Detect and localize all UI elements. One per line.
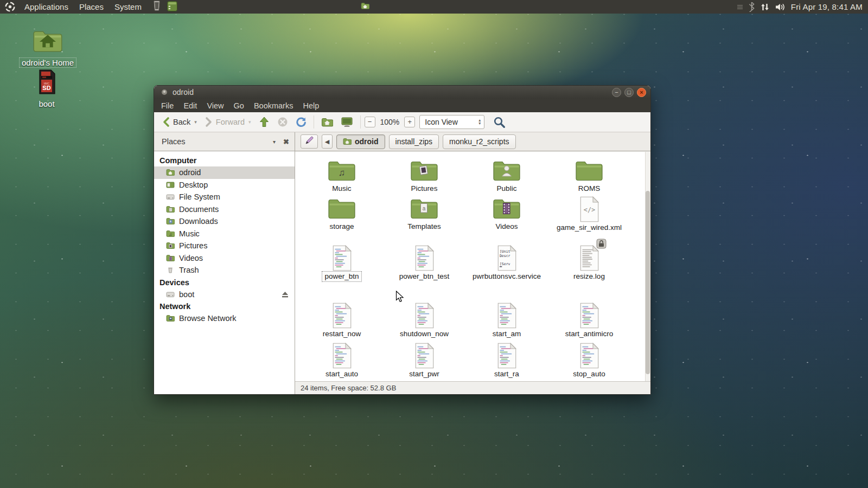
menu-edit[interactable]: Edit <box>178 99 202 112</box>
search-button[interactable] <box>490 114 509 130</box>
folder-icon <box>327 196 356 221</box>
script-icon <box>414 245 435 271</box>
sidebar-item-desktop[interactable]: Desktop <box>154 179 295 191</box>
breadcrumb-monku-r2-scripts[interactable]: monku_r2_scripts <box>443 134 516 149</box>
menu-help[interactable]: Help <box>298 99 324 112</box>
window-list[interactable] <box>359 2 371 12</box>
sidebar-item-pictures[interactable]: Pictures <box>154 240 295 252</box>
sidebar-item-label: Music <box>179 229 200 238</box>
close-sidebar-icon[interactable]: ✖ <box>283 138 289 146</box>
desktop-icon-boot[interactable]: MMCSD boot <box>15 68 78 108</box>
file-item-game-sir-wired-xml[interactable]: </>game_sir_wired.xml <box>548 196 630 245</box>
network-icon[interactable] <box>760 2 770 12</box>
sidebar-item-boot[interactable]: boot <box>154 288 295 301</box>
sidebar-item-videos[interactable]: Videos <box>154 252 295 265</box>
file-item-resize-log[interactable]: resize.log <box>548 245 630 303</box>
file-name: Templates <box>405 222 443 232</box>
menu-view[interactable]: View <box>202 99 228 112</box>
forward-button[interactable]: Forward▾ <box>201 115 254 129</box>
chevron-down-icon[interactable]: ▾ <box>273 139 276 145</box>
chevron-down-icon[interactable]: ▾ <box>248 119 251 125</box>
file-item-music[interactable]: ♫Music <box>301 158 383 196</box>
file-name: resize.log <box>571 272 607 281</box>
file-name: ROMS <box>576 184 603 194</box>
path-scroll-left-button[interactable]: ◀ <box>322 134 333 149</box>
svg-text:[Serv: [Serv <box>499 262 510 266</box>
places-header[interactable]: Places ▾ ✖ <box>154 132 295 151</box>
chevron-down-icon[interactable]: ▾ <box>194 119 197 125</box>
sidebar-item-odroid[interactable]: odroid <box>154 166 295 179</box>
file-item-start-ra[interactable]: start_ra <box>465 343 548 381</box>
glass-icon <box>151 0 162 14</box>
file-item-storage[interactable]: storage <box>301 196 383 245</box>
sidebar-item-browse-network[interactable]: Browse Network <box>154 312 295 325</box>
applications-menu[interactable]: Applications <box>19 0 74 14</box>
file-item-start-antimicro[interactable]: start_antimicro <box>548 303 630 343</box>
file-item-pwrbuttonsvc-service[interactable]: [UnitDescr[Servpwrbuttonsvc.service <box>465 245 548 303</box>
system-menu[interactable]: System <box>109 0 147 14</box>
file-item-pictures[interactable]: Pictures <box>383 158 465 196</box>
desktop-icon-label: odroid's Home <box>20 58 76 67</box>
file-name: shutdown_now <box>398 329 451 339</box>
script-icon <box>496 303 518 329</box>
file-item-start-auto[interactable]: start_auto <box>301 343 383 381</box>
distro-logo-icon[interactable] <box>4 1 16 12</box>
edit-location-button[interactable] <box>301 134 318 149</box>
zoom-in-button[interactable]: + <box>404 117 415 127</box>
folder-pictures-icon <box>166 242 175 249</box>
file-item-public[interactable]: Public <box>465 158 548 196</box>
sidebar-item-file-system[interactable]: File System <box>154 191 295 203</box>
file-item-templates[interactable]: aTemplates <box>383 196 465 245</box>
file-item-restart-now[interactable]: restart_now <box>301 303 383 343</box>
reload-button[interactable] <box>292 115 310 129</box>
chevron-left-icon <box>162 117 170 127</box>
scrollbar-thumb[interactable] <box>646 191 650 374</box>
menu-bookmarks[interactable]: Bookmarks <box>249 99 298 112</box>
sidebar-item-music[interactable]: ♫Music <box>154 228 295 240</box>
breadcrumb-odroid[interactable]: odroid <box>336 134 385 149</box>
spinner-arrows-icon[interactable]: ▴▾ <box>478 119 481 125</box>
window-list-item-odroid[interactable] <box>361 2 369 11</box>
sidebar-item-trash[interactable]: Trash <box>154 264 295 277</box>
file-item-shutdown-now[interactable]: shutdown_now <box>383 303 465 343</box>
eject-icon[interactable] <box>281 291 289 298</box>
file-item-stop-auto[interactable]: stop_auto <box>548 343 630 381</box>
bluetooth-icon[interactable] <box>748 2 755 12</box>
sidebar-item-label: Downloads <box>179 217 218 226</box>
file-item-start-am[interactable]: start_am <box>465 303 548 343</box>
vertical-scrollbar[interactable] <box>645 152 650 381</box>
desktop-icon-home[interactable]: odroid's Home <box>16 28 79 67</box>
breadcrumb-install-zips[interactable]: install_zips <box>389 134 439 149</box>
sidebar-item-downloads[interactable]: Downloads <box>154 215 295 228</box>
stop-button[interactable] <box>274 115 291 129</box>
titlebar[interactable]: odroid −□× <box>154 86 650 99</box>
file-item-roms[interactable]: ROMS <box>548 158 630 196</box>
zoom-out-button[interactable]: − <box>365 117 375 127</box>
places-menu[interactable]: Places <box>74 0 109 14</box>
trash-applet[interactable] <box>151 0 162 14</box>
green-app-icon <box>167 1 178 14</box>
file-item-start-pwr[interactable]: start_pwr <box>383 343 465 381</box>
up-button[interactable] <box>256 114 273 130</box>
close-button[interactable]: × <box>637 88 646 97</box>
maximize-button[interactable]: □ <box>624 88 634 97</box>
file-item-videos[interactable]: Videos <box>465 196 548 245</box>
file-item-power-btn-test[interactable]: power_btn_test <box>383 245 465 303</box>
file-view[interactable]: ♫MusicPicturesPublicROMSstorageaTemplate… <box>295 151 650 381</box>
file-item-power-btn[interactable]: power_btn <box>301 245 383 303</box>
menu-file[interactable]: File <box>156 99 178 112</box>
zoom-level: 100% <box>376 118 404 126</box>
minimize-button[interactable]: − <box>612 88 621 97</box>
folder-videos-icon <box>166 254 175 262</box>
keyboard-indicator[interactable] <box>737 3 743 11</box>
back-button[interactable]: Back▾ <box>158 115 200 129</box>
computer-button[interactable] <box>337 115 356 130</box>
app-launcher[interactable] <box>167 0 178 14</box>
clock[interactable]: Fri Apr 19, 8:41 AM <box>791 2 863 11</box>
svg-text:SD: SD <box>42 85 50 91</box>
menu-go[interactable]: Go <box>229 99 249 112</box>
sidebar-item-documents[interactable]: Documents <box>154 203 295 216</box>
view-mode-select[interactable]: Icon View▴▾ <box>419 115 484 129</box>
volume-icon[interactable] <box>775 2 786 12</box>
home-button[interactable] <box>318 115 336 129</box>
